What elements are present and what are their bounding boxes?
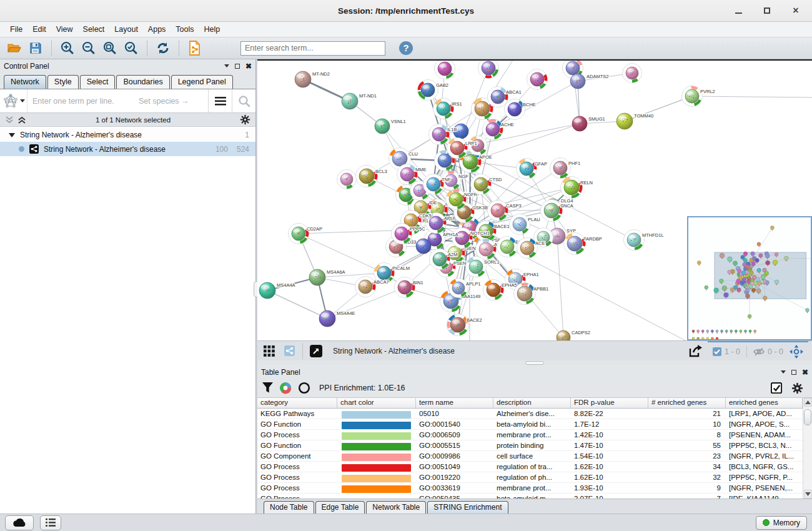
tab-node-table[interactable]: Node Table bbox=[264, 501, 314, 514]
maximize-button[interactable] bbox=[762, 6, 772, 16]
zoom-selected-button[interactable] bbox=[122, 39, 141, 57]
column-header-chart-color[interactable]: chart color bbox=[337, 398, 416, 408]
gear-icon[interactable] bbox=[791, 382, 803, 394]
menu-view[interactable]: View bbox=[51, 23, 78, 36]
menu-edit[interactable]: Edit bbox=[27, 23, 51, 36]
filter-icon[interactable] bbox=[262, 382, 273, 394]
network-overview-panel[interactable] bbox=[687, 216, 812, 340]
column-header-enriched-genes[interactable]: enriched genes bbox=[726, 398, 803, 408]
expand-all-icon[interactable] bbox=[17, 116, 26, 124]
network-node[interactable] bbox=[478, 61, 499, 79]
zoom-in-button[interactable] bbox=[58, 39, 77, 57]
table-row[interactable]: GO ProcessGO:0033619membrane prot...1.93… bbox=[257, 483, 803, 494]
network-share-button[interactable] bbox=[281, 344, 297, 359]
network-node[interactable]: MS4A4A bbox=[259, 282, 295, 299]
table-row[interactable]: GO ProcessGO:0051049regulation of tra...… bbox=[257, 462, 803, 472]
network-node[interactable]: MT-ND1 bbox=[342, 93, 377, 109]
tab-legend-panel[interactable]: Legend Panel bbox=[171, 75, 233, 89]
table-row[interactable]: GO FunctionGO:0001540beta-amyloid bi...1… bbox=[257, 419, 803, 430]
column-header-category[interactable]: category bbox=[257, 398, 337, 408]
network-node[interactable]: MS4A6A bbox=[309, 269, 345, 285]
network-node[interactable]: CADPS2 bbox=[557, 330, 590, 340]
network-node[interactable]: MT-ND2 bbox=[295, 71, 330, 87]
scrollbar-thumb[interactable] bbox=[804, 409, 811, 425]
network-node[interactable]: MTHFD1L bbox=[624, 230, 664, 251]
network-node[interactable]: BCHE bbox=[505, 99, 536, 120]
tab-select[interactable]: Select bbox=[80, 75, 116, 89]
string-search-button[interactable] bbox=[232, 89, 255, 112]
network-node[interactable]: CTSD bbox=[471, 174, 503, 195]
panel-menu-icon[interactable] bbox=[781, 370, 786, 374]
float-panel-icon[interactable] bbox=[235, 64, 240, 69]
column-header-fdr-p-value[interactable]: FDR p-value bbox=[571, 398, 648, 408]
network-node[interactable] bbox=[435, 61, 455, 79]
network-node[interactable] bbox=[337, 170, 357, 189]
table-row[interactable]: GO ProcessGO:0019220regulation of ph...1… bbox=[257, 472, 803, 483]
tab-string-enrichment[interactable]: STRING Enrichment bbox=[427, 501, 508, 514]
network-canvas[interactable]: MT-ND2MT-ND1VSNL1GAB2ADAMTS2PVRL2SMUG1TO… bbox=[257, 59, 812, 340]
column-header--enriched-genes[interactable]: # enriched genes bbox=[648, 398, 726, 408]
network-node[interactable]: GAB2 bbox=[418, 80, 449, 101]
network-node[interactable]: CD2AP bbox=[289, 224, 323, 244]
network-node[interactable]: SMUG1 bbox=[572, 116, 605, 131]
network-node[interactable]: EPHA5 bbox=[483, 280, 517, 300]
tab-boundaries[interactable]: Boundaries bbox=[116, 75, 169, 89]
network-node[interactable]: APBB1 bbox=[514, 283, 549, 305]
tree-expand-icon[interactable] bbox=[9, 132, 15, 137]
network-node[interactable]: RELN bbox=[561, 177, 593, 199]
enrichment-chart-icon[interactable] bbox=[279, 382, 292, 394]
network-node[interactable]: SORL1 bbox=[466, 257, 500, 277]
menu-layout[interactable]: Layout bbox=[109, 23, 143, 36]
task-history-button[interactable] bbox=[5, 515, 34, 530]
splitter-grip[interactable] bbox=[525, 361, 544, 365]
table-row[interactable]: GO ComponentGO:0009986cell surface1.54E-… bbox=[257, 451, 803, 462]
show-tasks-button[interactable] bbox=[40, 515, 61, 530]
network-collection-row[interactable]: String Network - Alzheimer's disease 1 bbox=[0, 127, 255, 142]
table-row[interactable]: KEGG Pathways05010Alzheimer's dise...8.8… bbox=[257, 409, 803, 419]
collapse-all-icon[interactable] bbox=[5, 116, 14, 124]
column-header-term-name[interactable]: term name bbox=[416, 398, 493, 408]
detach-view-button[interactable] bbox=[308, 344, 324, 359]
network-node[interactable]: GFAP bbox=[517, 159, 548, 179]
string-logo-dropdown[interactable]: STRING bbox=[0, 89, 27, 112]
search-input[interactable] bbox=[240, 41, 385, 56]
menu-select[interactable]: Select bbox=[78, 23, 110, 36]
network-node[interactable]: ADAMTS2 bbox=[570, 74, 608, 89]
network-node[interactable]: BACE2 bbox=[447, 314, 482, 336]
float-panel-icon[interactable] bbox=[791, 370, 796, 375]
table-row[interactable]: GO ProcessGO:0050435beta-amyloid m...2.0… bbox=[257, 494, 803, 499]
network-node[interactable]: ACE bbox=[517, 238, 545, 259]
tab-style[interactable]: Style bbox=[47, 75, 79, 89]
close-panel-icon[interactable]: ✖ bbox=[245, 63, 252, 69]
panel-menu-icon[interactable] bbox=[224, 64, 229, 67]
save-session-button[interactable] bbox=[26, 39, 45, 57]
scroll-down-icon[interactable] bbox=[804, 490, 812, 499]
string-query-input[interactable] bbox=[27, 89, 139, 112]
grid-view-button[interactable] bbox=[261, 344, 277, 359]
tab-network-table[interactable]: Network Table bbox=[366, 501, 426, 514]
ring-chart-icon[interactable] bbox=[298, 382, 310, 394]
tab-edge-table[interactable]: Edge Table bbox=[315, 501, 365, 514]
horizontal-splitter[interactable] bbox=[257, 360, 812, 365]
network-node[interactable]: BIN1 bbox=[395, 277, 423, 298]
network-node[interactable]: VSNL1 bbox=[375, 119, 406, 134]
scroll-up-icon[interactable] bbox=[804, 398, 812, 407]
menu-apps[interactable]: Apps bbox=[143, 23, 171, 36]
network-node[interactable] bbox=[623, 64, 642, 83]
network-node[interactable]: TARDBP bbox=[564, 233, 602, 255]
network-node[interactable]: SNCA bbox=[541, 200, 573, 222]
open-file-button[interactable] bbox=[5, 39, 24, 57]
network-node[interactable]: ABCA7 bbox=[355, 277, 389, 297]
close-button[interactable]: × bbox=[791, 6, 801, 16]
help-button[interactable]: ? bbox=[397, 39, 415, 57]
network-node[interactable] bbox=[416, 239, 431, 254]
minimize-button[interactable] bbox=[733, 6, 743, 16]
network-node[interactable]: MS4A4E bbox=[319, 310, 355, 327]
memory-button[interactable]: Memory bbox=[756, 516, 807, 530]
table-row[interactable]: GO FunctionGO:0005515protein binding1.47… bbox=[257, 440, 803, 451]
refresh-button[interactable] bbox=[154, 39, 172, 57]
network-node[interactable]: IRS1 bbox=[433, 99, 462, 119]
export-network-button[interactable] bbox=[688, 344, 704, 359]
zoom-fit-button[interactable] bbox=[101, 39, 119, 57]
network-node[interactable]: ACHE bbox=[483, 119, 514, 140]
